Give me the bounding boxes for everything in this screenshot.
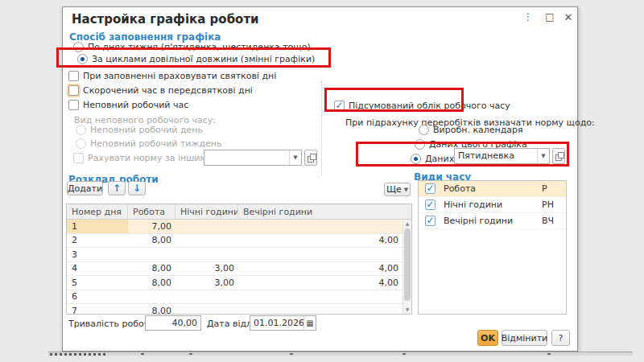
scroll-down-icon[interactable]: ▼ — [403, 306, 411, 313]
list-item[interactable]: ✓ Робота Р — [419, 181, 566, 197]
dialog-title: Настройка графіка роботи — [72, 12, 259, 27]
schedule-table: Номер дня Робота Нічні години Вечірні го… — [66, 204, 412, 315]
scroll-up-icon[interactable]: ▲ — [403, 220, 411, 227]
list-item[interactable]: ✓ Вечірні години ВЧ — [419, 213, 566, 229]
checkbox-consider-holidays[interactable]: При заповненні враховувати святкові дні — [68, 70, 276, 82]
table-row[interactable]: 28,00 4,00 — [67, 234, 411, 249]
ok-button-label: OK — [481, 333, 495, 343]
checkbox-checked-icon[interactable]: ✓ — [425, 200, 436, 210]
radio-part-week[interactable]: Неповний робочий тиждень — [76, 138, 221, 150]
checkbox-icon — [68, 100, 79, 110]
checkbox-shortened-preholiday[interactable]: Скорочений час в передсвяткові дні — [68, 84, 253, 97]
link-open-icon — [555, 152, 564, 160]
radio-icon — [73, 42, 84, 52]
radio-by-weekdays[interactable]: По днях тижня (п'ятиденка, шестиденка то… — [73, 41, 311, 53]
link-open-icon — [308, 154, 316, 162]
radio-part-day-label: Неповний робочий день — [90, 125, 203, 135]
checkbox-icon — [68, 71, 79, 81]
arrow-down-icon: ↓ — [133, 183, 141, 193]
background-window-edge — [48, 352, 633, 356]
start-date-value: 01.01.2026 — [250, 316, 303, 330]
radio-selected-icon — [411, 154, 421, 164]
chevron-down-icon[interactable]: ▼ — [289, 150, 301, 165]
background-text-fragments — [50, 353, 106, 356]
ok-button[interactable]: OK — [477, 330, 498, 346]
norm-other-schedule-open-button[interactable] — [304, 150, 317, 166]
scrollbar-thumb[interactable] — [404, 228, 411, 301]
calendar-icon[interactable]: ▦ — [303, 316, 316, 330]
table-row[interactable]: 3 — [67, 248, 411, 262]
add-button-label: Додати — [68, 183, 102, 194]
table-scrollbar[interactable]: ▲ ▼ — [402, 220, 411, 314]
cancel-button[interactable]: Відмінити — [502, 330, 547, 346]
checkbox-part-time-label: Неповний робочий час — [83, 100, 188, 110]
week-length-value: 40,00 — [146, 316, 200, 330]
radio-disabled-icon — [76, 125, 86, 135]
checkbox-disabled-icon — [73, 153, 84, 163]
table-row[interactable]: 6 — [67, 290, 411, 305]
combobox-value: Пятидневка — [455, 149, 537, 163]
help-button-label: ? — [559, 333, 564, 343]
radio-icon — [415, 139, 425, 150]
more-button[interactable]: Ще ▼ — [384, 183, 411, 196]
list-item[interactable]: ✓ Нічні години РН — [419, 197, 566, 213]
table-row[interactable]: 78,00 — [67, 304, 411, 315]
table-row[interactable]: 17,00 — [67, 220, 411, 234]
radio-norm-calendar-label: Виробн. календаря — [433, 125, 523, 135]
radio-selected-icon — [77, 54, 88, 64]
column-header-evening: Вечірні години — [238, 204, 411, 219]
table-row[interactable]: 48,00 3,004,00 — [67, 262, 411, 277]
time-kind-label: Вечірні години — [444, 216, 542, 226]
column-header-work: Робота — [128, 204, 175, 219]
radio-by-weekdays-label: По днях тижня (п'ятиденка, шестиденка то… — [88, 42, 311, 52]
chevron-down-icon: ▼ — [404, 187, 408, 193]
radio-part-week-label: Неповний робочий тиждень — [90, 138, 221, 149]
radio-norm-calendar[interactable]: Виробн. календаря — [419, 124, 523, 136]
checkbox-checked-icon: ✓ — [334, 101, 345, 111]
move-down-button[interactable]: ↓ — [128, 181, 146, 195]
maximize-icon[interactable]: □ — [543, 10, 556, 24]
time-kind-code: ВЧ — [542, 216, 566, 226]
checkbox-shortened-preholiday-label: Скорочений час в передсвяткові дні — [83, 85, 253, 96]
section-separator — [321, 81, 322, 176]
table-row[interactable]: 58,00 3,004,00 — [67, 276, 411, 290]
norm-other-schedule-combobox[interactable]: ▼ — [204, 150, 302, 166]
combobox-value — [204, 150, 289, 165]
radio-by-cycles[interactable]: За циклами довільної довжини (змінні гра… — [77, 53, 315, 65]
time-kind-code: Р — [542, 183, 566, 194]
start-date-input[interactable]: 01.01.2026 ▦ — [250, 315, 316, 331]
checkbox-part-time[interactable]: Неповний робочий час — [68, 99, 188, 111]
kebab-menu-icon[interactable]: ⋮ — [522, 10, 535, 24]
radio-part-day[interactable]: Неповний робочий день — [76, 124, 203, 136]
help-button[interactable]: ? — [551, 330, 570, 346]
time-kind-label: Нічні години — [444, 200, 542, 210]
move-up-button[interactable]: ↑ — [108, 181, 126, 195]
checkbox-consider-holidays-label: При заповненні враховувати святкові дні — [83, 71, 276, 81]
time-kind-code: РН — [542, 200, 566, 210]
checkbox-summarized-accounting[interactable]: ✓ Підсумований облік робочого часу — [334, 100, 510, 112]
table-header-row: Номер дня Робота Нічні години Вечірні го… — [67, 204, 411, 220]
other-schedule-open-button[interactable] — [552, 148, 565, 164]
work-schedule-dialog: Настройка графіка роботи ⋮ □ ✕ Спосіб за… — [62, 6, 578, 352]
other-schedule-combobox[interactable]: Пятидневка ▼ — [454, 148, 550, 164]
column-header-day: Номер дня — [67, 204, 128, 219]
radio-by-cycles-label: За циклами довільної довжини (змінні гра… — [92, 54, 315, 64]
radio-disabled-icon — [76, 138, 86, 149]
week-length-input[interactable]: 40,00 — [145, 315, 201, 331]
add-button[interactable]: Додати — [67, 181, 103, 195]
chevron-down-icon[interactable]: ▼ — [537, 149, 549, 163]
checkbox-checked-icon[interactable]: ✓ — [425, 183, 436, 194]
arrow-up-icon: ↑ — [113, 183, 121, 193]
checkbox-checked-icon[interactable]: ✓ — [425, 216, 436, 226]
radio-icon — [419, 125, 429, 135]
screen: Настройка графіка роботи ⋮ □ ✕ Спосіб за… — [0, 0, 644, 362]
cancel-button-label: Відмінити — [502, 333, 547, 343]
column-header-night: Нічні години — [175, 204, 238, 219]
checkbox-summarized-accounting-label: Підсумований облік робочого часу — [349, 101, 510, 111]
checkbox-focused-icon — [68, 85, 79, 96]
close-icon[interactable]: ✕ — [562, 10, 575, 24]
time-kinds-list: ✓ Робота Р ✓ Нічні години РН ✓ Вечірні г… — [418, 180, 567, 315]
more-button-label: Ще — [386, 184, 402, 195]
time-kind-label: Робота — [444, 183, 542, 194]
